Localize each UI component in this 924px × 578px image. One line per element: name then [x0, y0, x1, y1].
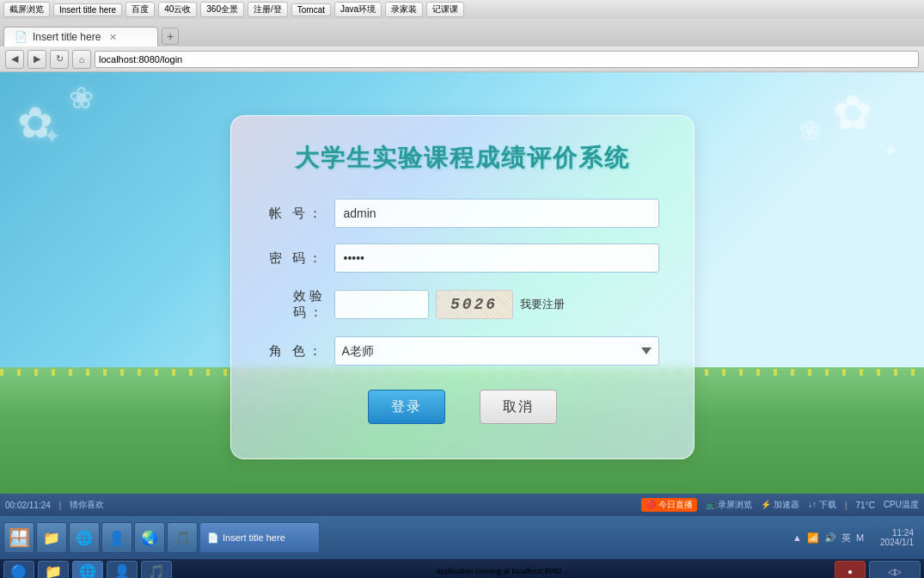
bookmark-1[interactable]: 截屏浏览 — [3, 2, 50, 17]
tab-favicon: 📄 — [15, 31, 28, 43]
dandelion-5: ❀ — [799, 115, 821, 145]
login-button[interactable]: 登录 — [368, 390, 445, 424]
bookmark-6[interactable]: 注册/登 — [248, 2, 288, 17]
date-display: 2024/1/1 — [880, 538, 914, 547]
time-btn[interactable]: ◁▷ — [869, 561, 921, 578]
taskbar-globe-icon[interactable]: 🌏 — [134, 522, 165, 553]
captcha-row: 效验码： 5026 我要注册 — [266, 288, 659, 321]
address-input[interactable] — [95, 51, 919, 68]
windows-taskbar: 🪟 📁 🌐 👤 🌏 🎵 📄 Insert title here ▲ 📶 🔊 英 … — [0, 516, 924, 559]
username-label: 帐 号： — [266, 206, 334, 222]
role-select[interactable]: A老师 B学生 C管理员 — [334, 336, 659, 366]
dock-icon-5[interactable]: 🎵 — [141, 561, 172, 578]
taskbar-browser-icon[interactable]: 🌐 — [69, 522, 100, 553]
cpu-label: CPU温度 — [884, 499, 919, 511]
bookmark-8[interactable]: Java环境 — [334, 2, 382, 17]
tray-input[interactable]: 英 — [841, 532, 851, 544]
address-bar: ◀ ▶ ↻ ⌂ — [0, 46, 924, 72]
username-row: 帐 号： — [266, 199, 659, 228]
tray-m[interactable]: M — [856, 532, 864, 543]
clock-area: 11:24 2024/1/1 — [880, 528, 921, 547]
download[interactable]: ↓↑ 下载 — [808, 499, 836, 511]
accelerator[interactable]: ⚡ 加速器 — [761, 499, 799, 511]
captcha-container: 5026 我要注册 — [334, 290, 565, 319]
password-input[interactable] — [334, 243, 659, 273]
bookmark-4[interactable]: 40云收 — [158, 2, 197, 17]
tab-title: Insert title here — [33, 31, 101, 43]
captcha-image[interactable]: 5026 — [436, 290, 513, 319]
taskbar-extra-icon[interactable]: 🎵 — [167, 522, 198, 553]
cpu-temp: 71°C — [856, 501, 875, 510]
start-button[interactable]: 🪟 — [3, 522, 34, 553]
tray-area: 🔴 今日直播 📺 录屏浏览 ⚡ 加速器 ↓↑ 下载 | 71°C CPU温度 — [641, 498, 919, 512]
tray-volume[interactable]: 🔊 — [824, 532, 836, 544]
register-link[interactable]: 我要注册 — [520, 297, 565, 312]
login-title: 大学生实验课程成绩评价系统 — [266, 142, 659, 175]
app-window-icon: 📄 — [207, 532, 219, 544]
browser-chrome: 截屏浏览 Insert title here 百度 40云收 360全景 注册/… — [0, 0, 924, 19]
bookmark-7[interactable]: Tomcat — [291, 3, 331, 16]
tab-bar: 📄 Insert title here ✕ + — [0, 19, 924, 46]
back-button[interactable]: ◀ — [5, 50, 24, 69]
main-content: ✿ ❀ ✦ ✿ ❀ ✦ 大学生实验课程成绩评价系统 帐 号： 密 码： 效验码：… — [0, 72, 924, 494]
forward-button[interactable]: ▶ — [28, 50, 46, 69]
bookmark-3[interactable]: 百度 — [125, 2, 155, 17]
bookmark-2[interactable]: Insert title here — [53, 3, 122, 16]
captcha-label: 效验码： — [266, 288, 334, 321]
cancel-button[interactable]: 取消 — [480, 390, 557, 424]
tray-divider — [874, 525, 875, 550]
captcha-input[interactable] — [334, 290, 429, 319]
tray-up-arrow[interactable]: ▲ — [792, 532, 802, 543]
bottom-dock: 🔵 📁 🌐 👤 🎵 application running at localho… — [0, 559, 924, 578]
password-row: 密 码： — [266, 243, 659, 273]
role-label: 角 色： — [266, 343, 334, 360]
system-tray: ▲ 📶 🔊 英 M — [787, 532, 869, 544]
taskbar-folder-icon[interactable]: 📁 — [36, 522, 67, 553]
divider-2: | — [845, 501, 848, 510]
live-broadcast[interactable]: 🔴 今日直播 — [641, 498, 697, 512]
bottom-status-bar: 00:02/11:24 | 猜你喜欢 🔴 今日直播 📺 录屏浏览 ⚡ 加速器 ↓… — [0, 494, 924, 516]
dock-icon-2[interactable]: 📁 — [38, 561, 69, 578]
dandelion-3: ✦ — [43, 124, 61, 149]
new-tab-button[interactable]: + — [162, 28, 179, 45]
refresh-button[interactable]: ↻ — [50, 50, 69, 69]
dock-icon-1[interactable]: 🔵 — [3, 561, 34, 578]
username-input[interactable] — [334, 199, 659, 228]
divider-1: | — [59, 501, 62, 510]
bookmark-10[interactable]: 记课课 — [426, 2, 464, 17]
home-button[interactable]: ⌂ — [72, 50, 91, 69]
time-display: 11:24 — [892, 528, 914, 538]
bookmark-9[interactable]: 录家装 — [385, 2, 423, 17]
login-panel: 大学生实验课程成绩评价系统 帐 号： 密 码： 效验码： 5026 我要注册 角… — [230, 115, 695, 459]
marquee-text: application running at localhost:8080 ..… — [175, 567, 831, 575]
dandelion-4: ✿ — [833, 85, 872, 140]
active-tab[interactable]: 📄 Insert title here ✕ — [3, 27, 158, 46]
taskbar-app-window[interactable]: 📄 Insert title here — [199, 522, 320, 553]
tab-close-button[interactable]: ✕ — [109, 32, 117, 43]
dock-icon-4[interactable]: 👤 — [107, 561, 138, 578]
taskbar-user-icon[interactable]: 👤 — [101, 522, 132, 553]
screen-capture[interactable]: 📺 录屏浏览 — [706, 499, 753, 511]
role-row: 角 色： A老师 B学生 C管理员 — [266, 336, 659, 366]
time-elapsed: 00:02/11:24 — [5, 501, 51, 510]
dandelion-6: ✦ — [884, 141, 898, 162]
record-btn[interactable]: ● — [835, 561, 866, 578]
tray-network[interactable]: 📶 — [807, 532, 819, 544]
dock-icon-3[interactable]: 🌐 — [72, 561, 103, 578]
password-label: 密 码： — [266, 250, 334, 267]
app-window-label: Insert title here — [223, 532, 285, 543]
guess-label: 猜你喜欢 — [70, 499, 104, 511]
dandelion-2: ❀ — [69, 81, 94, 115]
button-row: 登录 取消 — [266, 390, 659, 424]
bookmark-5[interactable]: 360全景 — [200, 2, 244, 17]
